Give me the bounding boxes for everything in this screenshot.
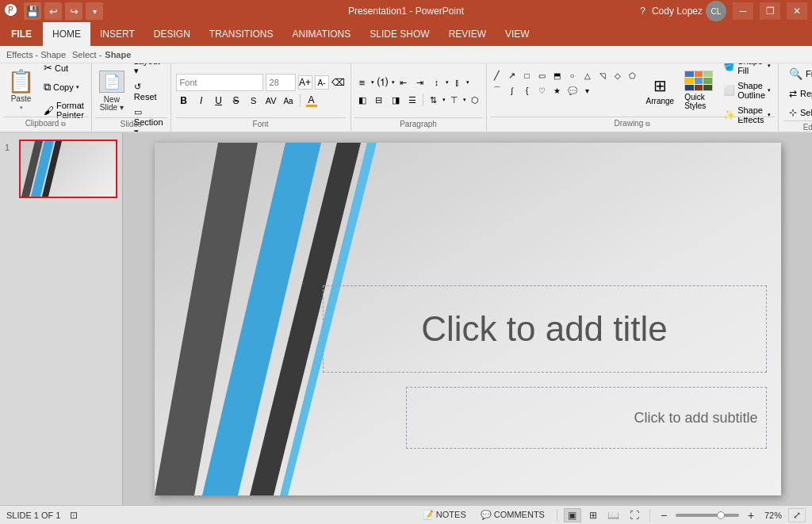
quick-undo-button[interactable]: ↩ (44, 2, 62, 20)
comments-button[interactable]: 💬 COMMENTS (475, 507, 550, 522)
moretools-tool[interactable]: ▾ (580, 83, 595, 98)
slide-sorter-button[interactable]: ⊞ (584, 508, 602, 522)
shape-outline-button[interactable]: ⬜ Shape Outline ▾ (719, 79, 775, 101)
tab-view[interactable]: VIEW (496, 22, 539, 46)
heart-tool[interactable]: ♡ (535, 83, 550, 98)
underline-button[interactable]: U (211, 93, 227, 109)
textshadow-button[interactable]: S (246, 93, 262, 109)
bold-button[interactable]: B (176, 93, 192, 109)
zoom-out-button[interactable]: − (657, 508, 671, 522)
presenter-view-button[interactable]: ⛶ (626, 508, 643, 522)
snip-tool[interactable]: ⬒ (550, 68, 565, 82)
columns-button[interactable]: ⫿ (450, 75, 465, 90)
replace-button[interactable]: ⇄ Replace (783, 86, 812, 101)
shape-fill-button[interactable]: 🪣 Shape Fill ▾ (719, 63, 775, 77)
quick-customize-button[interactable]: ▾ (86, 2, 103, 20)
star-tool[interactable]: ★ (550, 83, 565, 98)
decrease-indent-button[interactable]: ⇤ (396, 75, 412, 90)
quick-save-button[interactable]: 💾 (24, 2, 41, 20)
layout-button[interactable]: ⊞ Layout ▾ (130, 63, 167, 78)
bullets-button[interactable]: ≡ (354, 75, 370, 90)
line-spacing-arrow[interactable]: ▾ (446, 79, 449, 86)
title-placeholder[interactable]: Click to add title (323, 285, 767, 373)
zoom-in-button[interactable]: + (744, 508, 758, 522)
numbering-button[interactable]: ⑴ (375, 75, 391, 90)
increase-indent-button[interactable]: ⇥ (412, 75, 428, 90)
zoom-thumb[interactable] (717, 511, 725, 519)
reading-view-button[interactable]: 📖 (605, 508, 622, 522)
fit-to-window-button[interactable]: ⤢ (788, 508, 806, 522)
find-button[interactable]: 🔍 Find (783, 65, 812, 82)
tab-review[interactable]: REVIEW (439, 22, 496, 46)
clipboard-expand-icon[interactable]: ⧉ (61, 120, 66, 128)
tab-slideshow[interactable]: SLIDE SHOW (360, 22, 439, 46)
shape-fill-arrow[interactable]: ▾ (768, 63, 771, 69)
align-center-button[interactable]: ⊟ (371, 92, 387, 108)
drawing-expand-icon[interactable]: ⧉ (645, 120, 650, 128)
tab-insert[interactable]: INSERT (90, 22, 144, 46)
font-increase-button[interactable]: A+ (298, 75, 312, 90)
font-name-input[interactable] (176, 74, 263, 91)
tab-transitions[interactable]: TRANSITIONS (200, 22, 283, 46)
help-icon[interactable]: ? (640, 6, 645, 17)
slide-thumbnail[interactable] (19, 140, 117, 198)
close-button[interactable]: ✕ (787, 2, 807, 20)
select-button[interactable]: ⊹ Select ▾ (783, 105, 812, 120)
slide[interactable]: Click to add title Click to add subtitle (155, 143, 781, 495)
align-text-arrow[interactable]: ▾ (463, 97, 466, 103)
slide-thumbnail-item[interactable]: 1 (5, 140, 117, 198)
oval-tool[interactable]: ○ (565, 68, 580, 82)
minimize-button[interactable]: ─ (733, 2, 753, 20)
align-right-button[interactable]: ◨ (388, 92, 404, 108)
normal-view-button[interactable]: ▣ (564, 508, 581, 522)
new-slide-button[interactable]: 📄 New Slide ▾ (95, 67, 128, 116)
clear-format-button[interactable]: ⌫ (331, 75, 346, 90)
text-direction-button[interactable]: ⇅ (426, 92, 442, 108)
zoom-slider[interactable] (676, 514, 739, 517)
align-text-button[interactable]: ⊤ (446, 92, 462, 108)
line-spacing-button[interactable]: ↕ (429, 75, 445, 90)
notes-button[interactable]: 📝 NOTES (417, 507, 472, 522)
callout-tool[interactable]: 💬 (565, 83, 580, 98)
font-color-button[interactable]: A (304, 93, 320, 109)
tab-animations[interactable]: ANIMATIONS (282, 22, 360, 46)
font-size-input[interactable] (266, 74, 296, 91)
subtitle-placeholder[interactable]: Click to add subtitle (406, 387, 767, 449)
triangle-tool[interactable]: △ (580, 68, 595, 82)
italic-button[interactable]: I (193, 93, 209, 109)
reset-button[interactable]: ↺ Reset (130, 80, 167, 103)
fontcase-button[interactable]: Aa (281, 93, 297, 109)
curve-tool[interactable]: ∫ (505, 83, 519, 98)
line-tool[interactable]: ╱ (490, 68, 504, 82)
smart-art-button[interactable]: ⬡ (467, 92, 483, 108)
zoom-level[interactable]: 72% (761, 511, 785, 520)
cut-button[interactable]: ✂ Cut (40, 63, 88, 76)
pentagon-tool[interactable]: ⬠ (626, 68, 640, 82)
tab-design[interactable]: DESIGN (144, 22, 200, 46)
quick-redo-button[interactable]: ↪ (65, 2, 82, 20)
diamond-tool[interactable]: ◇ (611, 68, 625, 82)
copy-button[interactable]: ⧉ Copy ▾ (40, 78, 88, 96)
tab-file[interactable]: FILE (0, 22, 43, 46)
tab-home[interactable]: HOME (43, 22, 90, 46)
align-left-button[interactable]: ◧ (354, 92, 370, 108)
quick-styles-button[interactable]: Quick Styles (680, 68, 717, 113)
restore-button[interactable]: ❐ (760, 2, 780, 20)
rect-tool[interactable]: □ (520, 68, 534, 82)
charspacing-button[interactable]: AV (263, 93, 279, 109)
arrange-button[interactable]: ⊞ Arrange (642, 68, 679, 113)
arrow-tool[interactable]: ↗ (505, 68, 519, 82)
strikethrough-button[interactable]: S (228, 93, 244, 109)
text-dir-arrow[interactable]: ▾ (442, 97, 446, 103)
shape-outline-arrow[interactable]: ▾ (768, 87, 771, 94)
numbering-arrow[interactable]: ▾ (392, 79, 395, 86)
arc-tool[interactable]: ⌒ (490, 83, 504, 98)
brace-tool[interactable]: { (520, 83, 534, 98)
justify-button[interactable]: ☰ (404, 92, 420, 108)
rtriangle-tool[interactable]: ◹ (596, 68, 610, 82)
paste-button[interactable]: 📋 Paste ▾ (3, 67, 39, 116)
font-decrease-button[interactable]: A- (315, 75, 329, 90)
bullets-arrow[interactable]: ▾ (371, 79, 374, 86)
columns-arrow[interactable]: ▾ (466, 79, 469, 86)
accessibility-icon[interactable]: ⊡ (67, 508, 81, 522)
